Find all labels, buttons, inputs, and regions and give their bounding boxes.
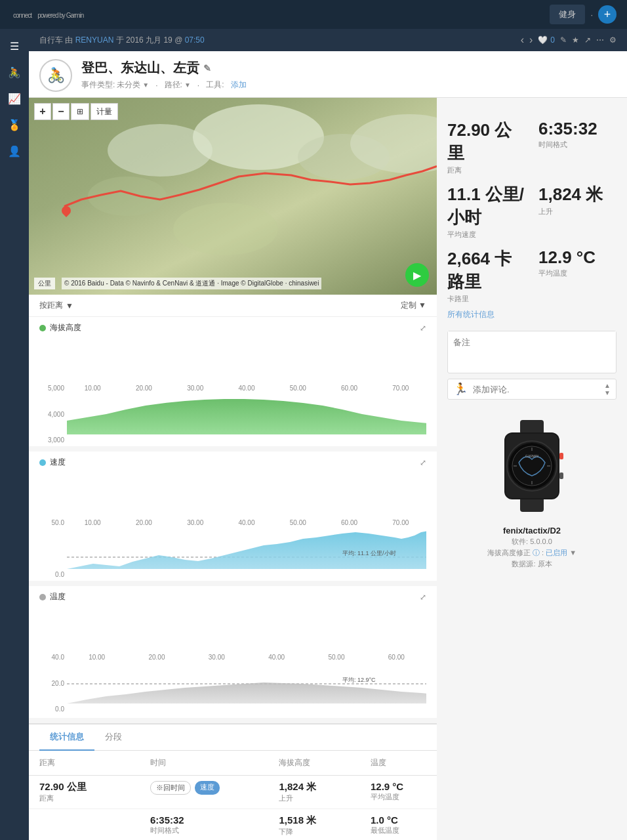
distance-value: 72.90 公里 xyxy=(39,781,129,793)
speed-chart-svg: 平均: 11.1 公里/小时 xyxy=(67,519,426,569)
tab-segments[interactable]: 分段 xyxy=(94,724,132,751)
zoom-in-button[interactable]: + xyxy=(34,103,51,120)
event-type-arrow: ▼ xyxy=(142,81,149,89)
measure-button[interactable]: 计量 xyxy=(91,103,118,120)
watch-svg: GARMIN xyxy=(493,417,571,515)
sidebar-menu-icon[interactable]: ☰ xyxy=(3,34,26,58)
speed-legend-dot xyxy=(39,459,46,466)
comment-input[interactable] xyxy=(473,385,599,394)
activity-title-section: 🚴 登巴、东达山、左贡 ✎ 事件类型: 未分类 ▼ · 路径: ▼ xyxy=(29,51,627,98)
edit-icon[interactable]: ✎ xyxy=(560,35,567,45)
sidebar-medals-icon[interactable]: 🏅 xyxy=(3,113,26,136)
main-content: 自行车 由 RENYUAN 于 2016 九月 19 @ 07:50 ‹ › 🤍… xyxy=(29,29,627,840)
top-nav: connect powered by Garmin 健身 · + xyxy=(0,0,627,29)
title-edit-icon[interactable]: ✎ xyxy=(203,63,211,74)
event-type-tag[interactable]: 事件类型: 未分类 ▼ xyxy=(81,79,149,91)
nav-right: 健身 · + xyxy=(550,5,617,24)
stat-calories: 2,664 卡路里 卡路里 xyxy=(447,247,525,304)
svg-point-6 xyxy=(173,203,278,255)
elevation-legend: 海拔高度 ⤢ xyxy=(39,322,426,333)
tab-stats[interactable]: 统计信息 xyxy=(39,724,94,751)
comment-arrows[interactable]: ▲ ▼ xyxy=(604,382,611,396)
stat-time-value: 6:35:32 xyxy=(538,119,617,139)
activity-nav: ‹ › 🤍 0 ✎ ★ ↗ ⋯ ⚙ xyxy=(521,34,617,46)
speed-expand-icon[interactable]: ⤢ xyxy=(420,458,426,467)
share-icon[interactable]: ↗ xyxy=(584,35,591,45)
chart-filter[interactable]: 按距离 ▼ xyxy=(39,300,73,311)
filter-arrow-icon: ▼ xyxy=(66,301,73,310)
map-terrain xyxy=(29,98,437,295)
chart-customize[interactable]: 定制 ▼ xyxy=(401,300,426,311)
comment-down-arrow: ▼ xyxy=(604,389,611,396)
two-col-layout: + − ⊞ 计量 ▶ 公里 © 2016 Baidu - Data © Navi… xyxy=(29,98,627,840)
elevation-up-value: 1,824 米 xyxy=(279,781,350,793)
temp-legend-dot xyxy=(39,594,46,600)
add-activity-button[interactable]: + xyxy=(598,5,617,24)
add-tool-link[interactable]: 添加 xyxy=(231,79,247,91)
comment-up-arrow: ▲ xyxy=(604,382,611,389)
distance-sublabel: 距离 xyxy=(39,793,129,803)
comment-person-icon: 🏃 xyxy=(453,382,468,396)
col-time-header: 时间 xyxy=(140,751,268,776)
settings-icon[interactable]: ⚙ xyxy=(609,35,617,45)
col-elevation-header: 海拔高度 xyxy=(268,751,360,776)
elevation-status-link[interactable]: 已启用 xyxy=(546,549,567,556)
activity-breadcrumb: 自行车 由 RENYUAN 于 2016 九月 19 @ 07:50 xyxy=(39,35,205,46)
map-scale: 公里 xyxy=(34,278,55,289)
route-tag[interactable]: 路径: ▼ xyxy=(165,79,191,91)
svg-rect-22 xyxy=(559,453,563,459)
time-format-label: 时间格式 xyxy=(150,826,258,835)
activity-header-bar: 自行车 由 RENYUAN 于 2016 九月 19 @ 07:50 ‹ › 🤍… xyxy=(29,29,627,51)
stat-temp-label: 平均温度 xyxy=(538,268,617,278)
stat-temp-value: 12.9 °C xyxy=(538,247,617,268)
activity-type-icon: 🚴 xyxy=(39,59,72,92)
elevation-down-label: 下降 xyxy=(279,827,350,837)
device-data-source: 数据源: 原本 xyxy=(447,559,617,569)
svg-marker-9 xyxy=(67,529,426,569)
sidebar-profile-icon[interactable]: 👤 xyxy=(3,139,26,163)
table-row: 6:35:32 时间格式 1,518 米 下降 1.0 °C 最低温度 xyxy=(29,809,437,841)
next-activity-arrow[interactable]: › xyxy=(529,34,533,46)
elevation-chart-block: 海拔高度 ⤢ 5,000 4,000 3,000 xyxy=(29,317,437,446)
star-icon[interactable]: ★ xyxy=(572,35,579,45)
stat-elevation-value: 1,824 米 xyxy=(538,183,617,206)
speed-legend: 速度 ⤢ xyxy=(39,457,426,468)
notes-textarea[interactable] xyxy=(448,331,616,371)
stat-distance-value: 72.90 公里 xyxy=(447,119,525,165)
temperature-chart-svg: 平均: 12.9°C xyxy=(67,654,426,704)
elevation-chart-area: 5,000 4,000 3,000 xyxy=(39,385,426,444)
stat-time: 6:35:32 时间格式 xyxy=(538,119,617,175)
comment-box: 🏃 ▲ ▼ xyxy=(447,379,617,400)
stat-temp: 12.9 °C 平均温度 xyxy=(538,247,617,304)
temperature-y-axis: 40.0 20.0 0.0 xyxy=(39,654,67,713)
elevation-chart-svg xyxy=(67,385,426,434)
user-link[interactable]: RENYUAN xyxy=(75,35,114,45)
play-route-button[interactable]: ▶ xyxy=(405,263,429,287)
chart-controls: 按距离 ▼ 定制 ▼ xyxy=(29,295,437,317)
svg-rect-23 xyxy=(559,472,563,479)
fitness-nav-button[interactable]: 健身 xyxy=(550,5,585,24)
elevation-expand-icon[interactable]: ⤢ xyxy=(420,324,426,333)
avg-temp-value: 12.9 °C xyxy=(371,781,426,792)
speed-badge[interactable]: 速度 xyxy=(195,781,220,795)
info-icon: ⓘ xyxy=(533,549,540,556)
temperature-legend: 温度 ⤢ xyxy=(39,591,426,602)
sidebar-charts-icon[interactable]: 📈 xyxy=(3,87,26,110)
lap-time-badge[interactable]: ※回时间 xyxy=(150,781,191,795)
stat-elevation: 1,824 米 上升 xyxy=(538,183,617,240)
temperature-expand-icon[interactable]: ⤢ xyxy=(420,593,426,602)
watch-image-container: GARMIN xyxy=(447,410,617,522)
layers-button[interactable]: ⊞ xyxy=(71,103,89,120)
activity-meta: 事件类型: 未分类 ▼ · 路径: ▼ · 工具: 添加 xyxy=(81,79,247,91)
all-stats-link[interactable]: 所有统计信息 xyxy=(447,310,495,319)
sidebar-cycling-icon[interactable]: 🚴 xyxy=(3,60,26,84)
stat-calories-label: 卡路里 xyxy=(447,294,525,304)
prev-activity-arrow[interactable]: ‹ xyxy=(521,34,524,46)
tabs-row: 统计信息 分段 xyxy=(29,724,437,751)
page-layout: ☰ 🚴 📈 🏅 👤 自行车 由 RENYUAN 于 2016 九月 19 @ 0… xyxy=(0,29,627,840)
more-icon[interactable]: ⋯ xyxy=(596,35,604,45)
zoom-out-button[interactable]: − xyxy=(52,103,70,120)
right-col: 72.90 公里 距离 6:35:32 时间格式 11.1 公里/小时 平均速度… xyxy=(437,98,627,840)
like-button[interactable]: 🤍 0 xyxy=(538,35,555,45)
stat-time-label: 时间格式 xyxy=(538,140,617,150)
